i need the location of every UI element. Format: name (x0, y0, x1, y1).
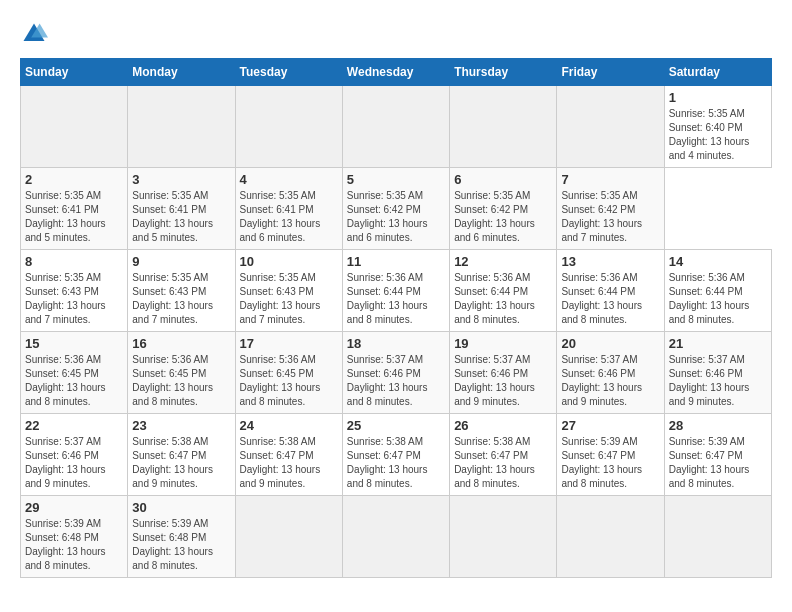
day-number: 14 (669, 254, 767, 269)
empty-day (450, 86, 557, 168)
day-number: 7 (561, 172, 659, 187)
calendar-day: 2Sunrise: 5:35 AMSunset: 6:41 PMDaylight… (21, 168, 128, 250)
day-number: 19 (454, 336, 552, 351)
day-info: Sunrise: 5:37 AMSunset: 6:46 PMDaylight:… (347, 353, 445, 409)
calendar-day (342, 496, 449, 578)
day-info: Sunrise: 5:38 AMSunset: 6:47 PMDaylight:… (454, 435, 552, 491)
day-info: Sunrise: 5:37 AMSunset: 6:46 PMDaylight:… (25, 435, 123, 491)
logo (20, 20, 52, 48)
day-info: Sunrise: 5:37 AMSunset: 6:46 PMDaylight:… (669, 353, 767, 409)
day-info: Sunrise: 5:35 AMSunset: 6:41 PMDaylight:… (240, 189, 338, 245)
calendar-day: 24Sunrise: 5:38 AMSunset: 6:47 PMDayligh… (235, 414, 342, 496)
day-info: Sunrise: 5:35 AMSunset: 6:42 PMDaylight:… (454, 189, 552, 245)
calendar-day (450, 496, 557, 578)
day-number: 9 (132, 254, 230, 269)
day-header-saturday: Saturday (664, 59, 771, 86)
day-number: 18 (347, 336, 445, 351)
calendar-day: 30Sunrise: 5:39 AMSunset: 6:48 PMDayligh… (128, 496, 235, 578)
day-info: Sunrise: 5:38 AMSunset: 6:47 PMDaylight:… (347, 435, 445, 491)
day-info: Sunrise: 5:38 AMSunset: 6:47 PMDaylight:… (240, 435, 338, 491)
calendar-header: SundayMondayTuesdayWednesdayThursdayFrid… (21, 59, 772, 86)
calendar-day: 14Sunrise: 5:36 AMSunset: 6:44 PMDayligh… (664, 250, 771, 332)
day-info: Sunrise: 5:37 AMSunset: 6:46 PMDaylight:… (561, 353, 659, 409)
logo-icon (20, 20, 48, 48)
empty-day (21, 86, 128, 168)
day-number: 22 (25, 418, 123, 433)
calendar-week: 29Sunrise: 5:39 AMSunset: 6:48 PMDayligh… (21, 496, 772, 578)
calendar-day: 4Sunrise: 5:35 AMSunset: 6:41 PMDaylight… (235, 168, 342, 250)
calendar-day: 26Sunrise: 5:38 AMSunset: 6:47 PMDayligh… (450, 414, 557, 496)
calendar-day: 13Sunrise: 5:36 AMSunset: 6:44 PMDayligh… (557, 250, 664, 332)
day-number: 8 (25, 254, 123, 269)
calendar-day (235, 496, 342, 578)
day-info: Sunrise: 5:36 AMSunset: 6:44 PMDaylight:… (561, 271, 659, 327)
day-number: 30 (132, 500, 230, 515)
calendar-day: 11Sunrise: 5:36 AMSunset: 6:44 PMDayligh… (342, 250, 449, 332)
day-number: 2 (25, 172, 123, 187)
calendar-day: 5Sunrise: 5:35 AMSunset: 6:42 PMDaylight… (342, 168, 449, 250)
calendar-day: 9Sunrise: 5:35 AMSunset: 6:43 PMDaylight… (128, 250, 235, 332)
day-info: Sunrise: 5:39 AMSunset: 6:47 PMDaylight:… (669, 435, 767, 491)
calendar-day: 27Sunrise: 5:39 AMSunset: 6:47 PMDayligh… (557, 414, 664, 496)
calendar-day: 8Sunrise: 5:35 AMSunset: 6:43 PMDaylight… (21, 250, 128, 332)
day-number: 21 (669, 336, 767, 351)
calendar-day: 7Sunrise: 5:35 AMSunset: 6:42 PMDaylight… (557, 168, 664, 250)
calendar-day: 3Sunrise: 5:35 AMSunset: 6:41 PMDaylight… (128, 168, 235, 250)
day-number: 5 (347, 172, 445, 187)
day-number: 24 (240, 418, 338, 433)
day-header-wednesday: Wednesday (342, 59, 449, 86)
day-header-sunday: Sunday (21, 59, 128, 86)
calendar-week: 15Sunrise: 5:36 AMSunset: 6:45 PMDayligh… (21, 332, 772, 414)
day-number: 6 (454, 172, 552, 187)
calendar-day: 17Sunrise: 5:36 AMSunset: 6:45 PMDayligh… (235, 332, 342, 414)
day-number: 12 (454, 254, 552, 269)
day-info: Sunrise: 5:36 AMSunset: 6:44 PMDaylight:… (454, 271, 552, 327)
calendar-table: SundayMondayTuesdayWednesdayThursdayFrid… (20, 58, 772, 578)
day-info: Sunrise: 5:35 AMSunset: 6:43 PMDaylight:… (240, 271, 338, 327)
empty-day (128, 86, 235, 168)
calendar-day: 22Sunrise: 5:37 AMSunset: 6:46 PMDayligh… (21, 414, 128, 496)
calendar-day: 20Sunrise: 5:37 AMSunset: 6:46 PMDayligh… (557, 332, 664, 414)
day-info: Sunrise: 5:37 AMSunset: 6:46 PMDaylight:… (454, 353, 552, 409)
calendar-day: 15Sunrise: 5:36 AMSunset: 6:45 PMDayligh… (21, 332, 128, 414)
day-info: Sunrise: 5:35 AMSunset: 6:43 PMDaylight:… (25, 271, 123, 327)
calendar-day: 21Sunrise: 5:37 AMSunset: 6:46 PMDayligh… (664, 332, 771, 414)
day-number: 20 (561, 336, 659, 351)
calendar-day: 16Sunrise: 5:36 AMSunset: 6:45 PMDayligh… (128, 332, 235, 414)
day-number: 29 (25, 500, 123, 515)
calendar-day: 18Sunrise: 5:37 AMSunset: 6:46 PMDayligh… (342, 332, 449, 414)
header-row: SundayMondayTuesdayWednesdayThursdayFrid… (21, 59, 772, 86)
day-header-tuesday: Tuesday (235, 59, 342, 86)
day-number: 25 (347, 418, 445, 433)
day-number: 16 (132, 336, 230, 351)
day-info: Sunrise: 5:39 AMSunset: 6:48 PMDaylight:… (132, 517, 230, 573)
page-header (20, 20, 772, 48)
day-info: Sunrise: 5:35 AMSunset: 6:43 PMDaylight:… (132, 271, 230, 327)
day-info: Sunrise: 5:36 AMSunset: 6:44 PMDaylight:… (669, 271, 767, 327)
calendar-week: 2Sunrise: 5:35 AMSunset: 6:41 PMDaylight… (21, 168, 772, 250)
day-number: 23 (132, 418, 230, 433)
day-info: Sunrise: 5:35 AMSunset: 6:41 PMDaylight:… (25, 189, 123, 245)
day-header-friday: Friday (557, 59, 664, 86)
calendar-day: 29Sunrise: 5:39 AMSunset: 6:48 PMDayligh… (21, 496, 128, 578)
day-number: 28 (669, 418, 767, 433)
empty-day (557, 86, 664, 168)
day-info: Sunrise: 5:38 AMSunset: 6:47 PMDaylight:… (132, 435, 230, 491)
calendar-week: 1Sunrise: 5:35 AMSunset: 6:40 PMDaylight… (21, 86, 772, 168)
day-number: 11 (347, 254, 445, 269)
day-info: Sunrise: 5:36 AMSunset: 6:45 PMDaylight:… (25, 353, 123, 409)
calendar-day: 1Sunrise: 5:35 AMSunset: 6:40 PMDaylight… (664, 86, 771, 168)
calendar-day (557, 496, 664, 578)
day-info: Sunrise: 5:39 AMSunset: 6:47 PMDaylight:… (561, 435, 659, 491)
calendar-day: 19Sunrise: 5:37 AMSunset: 6:46 PMDayligh… (450, 332, 557, 414)
calendar-day: 10Sunrise: 5:35 AMSunset: 6:43 PMDayligh… (235, 250, 342, 332)
empty-day (342, 86, 449, 168)
day-number: 15 (25, 336, 123, 351)
day-number: 1 (669, 90, 767, 105)
day-number: 4 (240, 172, 338, 187)
calendar-body: 1Sunrise: 5:35 AMSunset: 6:40 PMDaylight… (21, 86, 772, 578)
calendar-day: 23Sunrise: 5:38 AMSunset: 6:47 PMDayligh… (128, 414, 235, 496)
day-number: 10 (240, 254, 338, 269)
calendar-day (664, 496, 771, 578)
day-number: 27 (561, 418, 659, 433)
